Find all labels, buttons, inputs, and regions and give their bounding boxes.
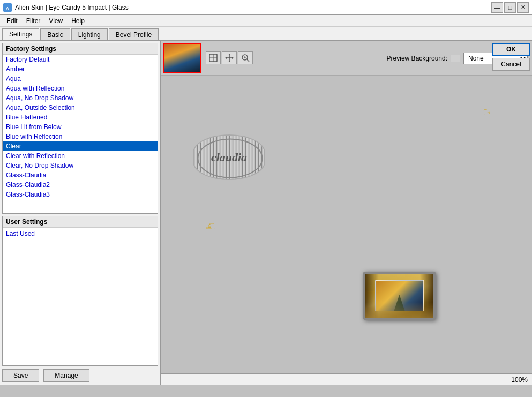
list-item-glass-claudia[interactable]: Glass-Claudia — [3, 170, 158, 180]
pan-icon[interactable] — [222, 51, 237, 64]
right-panel: Preview Background: None Black White Che… — [161, 41, 532, 385]
tab-lighting[interactable]: Lighting — [71, 28, 108, 40]
preview-bg-color-swatch — [451, 55, 460, 62]
close-button[interactable]: ✕ — [517, 2, 529, 13]
app-icon: A — [3, 3, 12, 12]
list-item-factory-default[interactable]: Factory Default — [3, 55, 158, 64]
arrow-indicator-clear: ☞ — [205, 219, 215, 233]
list-item-clear-reflection[interactable]: Clear with Reflection — [3, 151, 158, 161]
menu-filter[interactable]: Filter — [22, 16, 45, 26]
list-item-clear[interactable]: Clear — [3, 141, 158, 151]
maximize-button[interactable]: □ — [504, 2, 516, 13]
menu-edit[interactable]: Edit — [2, 16, 22, 26]
menu-bar: Edit Filter View Help — [0, 15, 532, 27]
list-item-glass-claudia2[interactable]: Glass-Claudia2 — [3, 180, 158, 190]
claudia-label: claudia — [211, 151, 247, 164]
svg-marker-6 — [228, 61, 230, 62]
minimize-button[interactable]: — — [491, 2, 503, 13]
glass-reflection-bottom — [365, 302, 433, 318]
svg-marker-7 — [225, 57, 227, 59]
arrow-indicator-ok: ☞ — [483, 106, 493, 119]
svg-marker-8 — [232, 57, 234, 59]
bottom-buttons: Save Manage — [2, 366, 158, 383]
list-item-blue-reflection[interactable]: Blue with Reflection — [3, 132, 158, 141]
cancel-button[interactable]: Cancel — [492, 58, 530, 71]
thumbnail-image — [164, 44, 200, 72]
main-layout: Factory Settings Factory Default Amber A… — [0, 41, 532, 385]
ok-button[interactable]: OK — [492, 43, 530, 56]
list-item-blue-flattened[interactable]: Blue Flattened — [3, 113, 158, 122]
title-bar: A Alien Skin | Eye Candy 5 Impact | Glas… — [0, 0, 532, 15]
preview-background-row: Preview Background: None Black White Che… — [257, 53, 530, 64]
window-controls: — □ ✕ — [491, 2, 529, 13]
list-item-amber[interactable]: Amber — [3, 64, 158, 74]
tab-basic[interactable]: Basic — [40, 28, 70, 40]
zoom-level: 100% — [511, 376, 528, 384]
menu-help[interactable]: Help — [67, 16, 89, 26]
ok-cancel-area: OK Cancel — [492, 43, 530, 71]
list-item-aqua-no-drop[interactable]: Aqua, No Drop Shadow — [3, 93, 158, 103]
svg-line-10 — [247, 59, 249, 62]
zoom-icon[interactable] — [238, 51, 253, 64]
left-panel: Factory Settings Factory Default Amber A… — [0, 41, 161, 385]
list-item-last-used[interactable]: Last Used — [3, 228, 158, 239]
save-button[interactable]: Save — [2, 369, 39, 382]
factory-settings-header: Factory Settings — [3, 43, 158, 55]
factory-settings-list[interactable]: Factory Default Amber Aqua Aqua with Ref… — [3, 55, 158, 213]
svg-marker-5 — [228, 54, 230, 55]
thumbnail-preview — [163, 43, 201, 73]
menu-view[interactable]: View — [44, 16, 67, 26]
list-item-blue-lit[interactable]: Blue Lit from Below — [3, 122, 158, 132]
glass-preview-image — [363, 272, 436, 320]
toolbar-icons — [206, 43, 253, 64]
tab-bar: Settings Basic Lighting Bevel Profile — [0, 27, 532, 41]
status-bar: 100% — [161, 373, 532, 385]
svg-text:A: A — [6, 6, 9, 11]
list-item-aqua-reflection[interactable]: Aqua with Reflection — [3, 84, 158, 93]
preview-area: claudia ☞ ☞ — [161, 76, 532, 373]
window-title: Alien Skin | Eye Candy 5 Impact | Glass — [15, 4, 491, 11]
list-item-aqua-outside[interactable]: Aqua, Outside Selection — [3, 103, 158, 113]
tab-bevel-profile[interactable]: Bevel Profile — [109, 28, 159, 40]
list-item-glass-claudia3[interactable]: Glass-Claudia3 — [3, 190, 158, 199]
factory-settings-container: Factory Settings Factory Default Amber A… — [2, 43, 158, 214]
manage-button[interactable]: Manage — [43, 369, 89, 382]
zoom-fit-icon[interactable] — [206, 51, 221, 64]
user-settings-container: User Settings Last Used — [2, 216, 158, 366]
right-top-bar: Preview Background: None Black White Che… — [161, 41, 532, 76]
user-settings-header: User Settings — [3, 216, 158, 228]
list-item-aqua[interactable]: Aqua — [3, 74, 158, 84]
claudia-image-container: claudia — [193, 134, 265, 180]
list-item-clear-no-drop[interactable]: Clear, No Drop Shadow — [3, 161, 158, 170]
preview-bg-label: Preview Background: — [387, 55, 447, 62]
tab-settings[interactable]: Settings — [2, 28, 39, 40]
